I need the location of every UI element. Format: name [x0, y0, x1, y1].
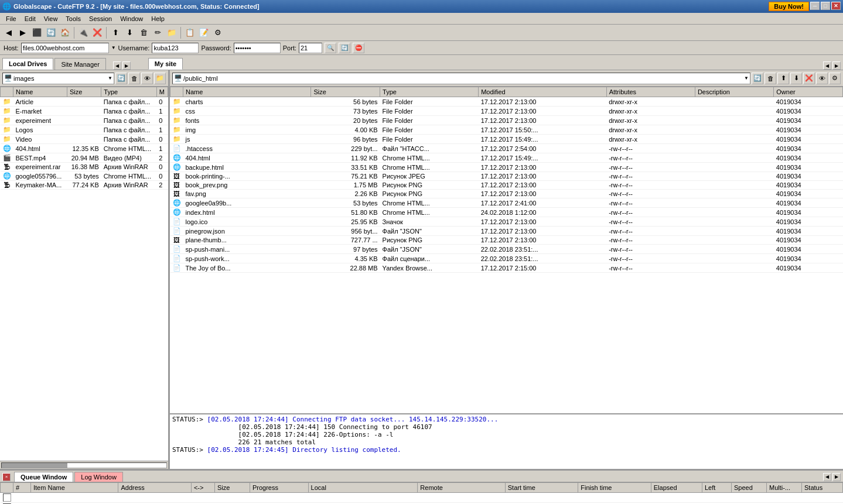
queue-col-addr[interactable]: Address: [118, 483, 192, 493]
tb-disconnect[interactable]: ❌: [91, 26, 104, 39]
tb-back[interactable]: ◀: [2, 26, 15, 39]
right-file-row[interactable]: 🖼 plane-thumb... 727.77 ... Рисунок PNG …: [170, 236, 843, 245]
host-dropdown-arrow[interactable]: ▼: [111, 45, 116, 50]
connect-refresh-button[interactable]: 🔄: [339, 43, 350, 53]
queue-col-check[interactable]: [1, 483, 13, 493]
right-file-row[interactable]: 🖼 book-printing-... 75.21 KB Рисунок JPE…: [170, 172, 843, 181]
left-file-row[interactable]: 🗜 expereiment.rar 16.38 MB Архив WinRAR …: [1, 163, 168, 172]
queue-window-tab[interactable]: Queue Window: [14, 472, 73, 482]
menu-help[interactable]: Help: [148, 14, 168, 23]
username-input[interactable]: [152, 43, 199, 53]
right-file-row[interactable]: 🌐 404.html 11.92 KB Chrome HTML... 17.12…: [170, 153, 843, 163]
left-file-row[interactable]: 🗜 Keymaker-MA... 77.24 KB Архив WinRAR 2: [1, 181, 168, 190]
right-file-row[interactable]: 📁 css 73 bytes File Folder 17.12.2017 2:…: [170, 107, 843, 116]
queue-col-remote[interactable]: Remote: [418, 483, 505, 493]
left-newfolder-btn[interactable]: 📁: [154, 73, 166, 84]
right-path-combo[interactable]: 🖥️ /public_html ▼: [172, 73, 750, 84]
right-file-row[interactable]: 🌐 googlee0a99b... 53 bytes Chrome HTML..…: [170, 198, 843, 208]
right-download-btn[interactable]: ⬇: [790, 73, 802, 84]
right-path-arrow[interactable]: ▼: [744, 76, 749, 81]
menu-view[interactable]: View: [40, 14, 62, 23]
menu-edit[interactable]: Edit: [21, 14, 39, 23]
right-file-row[interactable]: 📄 sp-push-work... 4.35 KB Файл сценари..…: [170, 254, 843, 263]
right-file-row[interactable]: 📁 fonts 20 bytes File Folder 17.12.2017 …: [170, 116, 843, 125]
left-panel-nav-right[interactable]: ▶: [122, 61, 131, 70]
queue-col-finish[interactable]: Finish time: [578, 483, 651, 493]
left-col-size[interactable]: Size: [67, 87, 101, 97]
tb-refresh[interactable]: 🔄: [45, 26, 57, 39]
menu-tools[interactable]: Tools: [62, 14, 84, 23]
left-file-list[interactable]: Name Size Type M 📁 Article Папка с файл.…: [0, 87, 168, 461]
tb-delete[interactable]: 🗑: [137, 26, 150, 39]
right-settings-btn[interactable]: ⚙: [829, 73, 841, 84]
right-view-btn[interactable]: 👁: [816, 73, 828, 84]
title-close-button[interactable]: ✕: [831, 2, 841, 10]
queue-col-elapsed[interactable]: Elapsed: [651, 483, 702, 493]
tb-download[interactable]: ⬇: [123, 26, 136, 39]
right-delete-btn[interactable]: 🗑: [764, 73, 776, 84]
my-site-tab[interactable]: My site: [148, 58, 183, 70]
right-col-modified[interactable]: Modified: [479, 87, 606, 97]
left-view-btn[interactable]: 👁: [141, 73, 153, 84]
tb-rename[interactable]: ✏: [151, 26, 164, 39]
right-upload-btn[interactable]: ⬆: [777, 73, 789, 84]
buy-now-button[interactable]: Buy Now!: [769, 2, 809, 11]
left-col-name[interactable]: Name: [13, 87, 67, 97]
site-manager-tab[interactable]: Site Manager: [54, 58, 105, 70]
tb-queue[interactable]: 📋: [183, 26, 196, 39]
right-file-row[interactable]: 🌐 backupe.html 33.51 KB Chrome HTML... 1…: [170, 163, 843, 172]
right-file-row[interactable]: 📄 pinegrow.json 956 byt... Файл "JSON" 1…: [170, 227, 843, 236]
right-file-row[interactable]: 📁 js 96 bytes File Folder 17.12.2017 15:…: [170, 135, 843, 144]
queue-nav-right[interactable]: ▶: [832, 473, 841, 481]
left-file-row[interactable]: 📁 Video Папка с файл... 0: [1, 135, 168, 144]
queue-col-local[interactable]: Local: [308, 483, 418, 493]
tb-settings[interactable]: ⚙: [211, 26, 224, 39]
queue-col-status[interactable]: Status: [802, 483, 843, 493]
tb-log[interactable]: 📝: [197, 26, 210, 39]
left-path-arrow[interactable]: ▼: [108, 76, 112, 81]
right-col-attrs[interactable]: Attributes: [606, 87, 695, 97]
right-panel-nav-right[interactable]: ▶: [832, 61, 841, 70]
left-file-row[interactable]: 📁 E-market Папка с файл... 1: [1, 107, 168, 116]
right-col-name[interactable]: Name: [183, 87, 311, 97]
queue-col-progress[interactable]: Progress: [250, 483, 308, 493]
left-col-modified[interactable]: M: [156, 87, 168, 97]
right-file-row[interactable]: 📄 sp-push-mani... 97 bytes Файл "JSON" 2…: [170, 245, 843, 254]
left-file-row[interactable]: 📁 expereiment Папка с файл... 0: [1, 116, 168, 125]
left-file-row[interactable]: 🌐 404.html 12.35 KB Chrome HTML... 1: [1, 144, 168, 153]
menu-file[interactable]: File: [2, 14, 20, 23]
right-panel-nav-left[interactable]: ◀: [823, 61, 831, 70]
tb-connect[interactable]: 🔌: [77, 26, 90, 39]
left-file-row[interactable]: 🌐 google055796... 53 bytes Chrome HTML..…: [1, 172, 168, 181]
host-input[interactable]: [21, 43, 109, 53]
tb-stop[interactable]: ⬛: [30, 26, 43, 39]
left-col-icon[interactable]: [1, 87, 13, 97]
right-file-row[interactable]: 📁 charts 56 bytes File Folder 17.12.2017…: [170, 97, 843, 107]
right-file-row[interactable]: 🌐 index.html 51.80 KB Chrome HTML... 24.…: [170, 208, 843, 217]
log-window-tab[interactable]: Log Window: [74, 472, 123, 482]
password-input[interactable]: [234, 43, 281, 53]
queue-col-size[interactable]: Size: [214, 483, 250, 493]
right-file-row[interactable]: 🖼 book_prev.png 1.75 MB Рисунок PNG 17.1…: [170, 181, 843, 190]
queue-col-num[interactable]: #: [13, 483, 31, 493]
right-col-icon[interactable]: [170, 87, 183, 97]
tb-upload[interactable]: ⬆: [109, 26, 122, 39]
local-drives-tab[interactable]: Local Drives: [2, 58, 53, 70]
right-file-list[interactable]: Name Size Type Modified Attributes Descr…: [170, 87, 843, 413]
queue-col-start[interactable]: Start time: [505, 483, 578, 493]
right-col-owner[interactable]: Owner: [774, 87, 843, 97]
tb-forward[interactable]: ▶: [16, 26, 29, 39]
right-col-size[interactable]: Size: [311, 87, 380, 97]
right-col-desc[interactable]: Description: [695, 87, 773, 97]
left-col-type[interactable]: Type: [101, 87, 156, 97]
left-file-row[interactable]: 📁 Article Папка с файл... 0: [1, 97, 168, 107]
menu-window[interactable]: Window: [117, 14, 146, 23]
right-file-row[interactable]: 📄 logo.ico 25.95 KB Значок 17.12.2017 2:…: [170, 217, 843, 227]
menu-session[interactable]: Session: [86, 14, 115, 23]
connect-stop-button[interactable]: ⛔: [353, 43, 364, 53]
left-file-row[interactable]: 📁 Logos Папка с файл... 1: [1, 125, 168, 135]
queue-nav-left[interactable]: ◀: [823, 473, 831, 481]
right-disconnect-btn[interactable]: ❌: [803, 73, 815, 84]
right-refresh-btn[interactable]: 🔄: [752, 73, 763, 84]
tb-home[interactable]: 🏠: [59, 26, 71, 39]
